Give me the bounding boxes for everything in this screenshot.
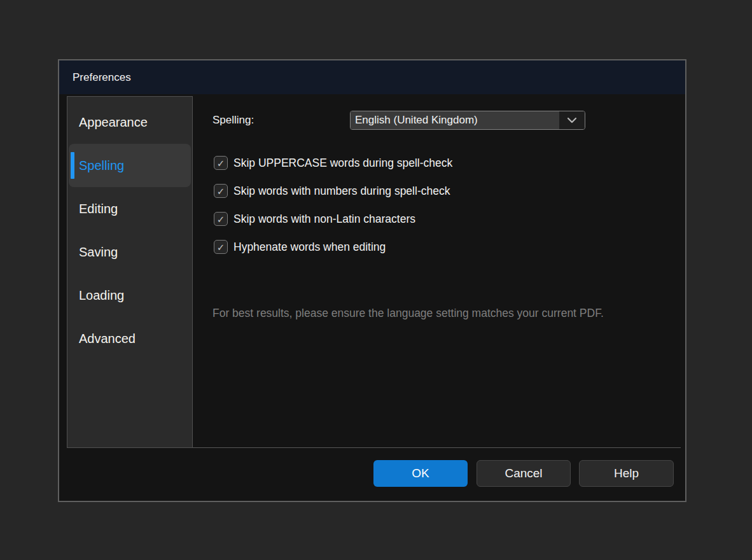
sidebar-item-label: Advanced <box>79 332 136 346</box>
sidebar-item-spelling[interactable]: Spelling <box>69 144 191 187</box>
footer-separator <box>193 447 681 448</box>
sidebar-item-appearance[interactable]: Appearance <box>69 101 191 144</box>
preferences-dialog: Preferences Appearance Spelling Editing … <box>58 59 686 502</box>
language-label: Spelling: <box>212 114 254 127</box>
language-note: For best results, please ensure the lang… <box>212 304 632 322</box>
sidebar: Appearance Spelling Editing Saving Loadi… <box>67 96 193 448</box>
checkbox-list: ✓ Skip UPPERCASE words during spell-chec… <box>214 156 452 268</box>
checkbox-row-skip-uppercase[interactable]: ✓ Skip UPPERCASE words during spell-chec… <box>214 156 452 170</box>
checkbox-label: Skip words with numbers during spell-che… <box>233 185 450 198</box>
sidebar-item-label: Spelling <box>79 158 124 173</box>
check-icon: ✓ <box>217 242 225 252</box>
sidebar-item-editing[interactable]: Editing <box>69 187 191 230</box>
ok-button[interactable]: OK <box>373 460 468 487</box>
sidebar-item-saving[interactable]: Saving <box>69 230 191 274</box>
dialog-titlebar: Preferences <box>59 60 685 94</box>
cancel-button[interactable]: Cancel <box>477 460 571 487</box>
checkbox-label: Skip UPPERCASE words during spell-check <box>233 157 452 170</box>
checkbox-label: Skip words with non-Latin characters <box>233 213 415 226</box>
checkbox-row-skip-nonlatin[interactable]: ✓ Skip words with non-Latin characters <box>214 212 452 226</box>
selected-accent-bar <box>71 152 74 179</box>
chevron-down-icon[interactable] <box>559 111 585 129</box>
sidebar-item-label: Loading <box>79 288 124 303</box>
checkbox-checked[interactable]: ✓ <box>214 156 228 170</box>
sidebar-item-advanced[interactable]: Advanced <box>69 317 191 360</box>
sidebar-item-label: Editing <box>79 202 118 216</box>
check-icon: ✓ <box>217 214 225 224</box>
checkbox-label: Hyphenate words when editing <box>233 241 386 254</box>
check-icon: ✓ <box>217 186 225 196</box>
language-dropdown-value: English (United Kingdom) <box>351 111 559 129</box>
sidebar-item-label: Saving <box>79 245 118 260</box>
sidebar-item-label: Appearance <box>79 115 148 130</box>
checkbox-checked[interactable]: ✓ <box>214 184 228 198</box>
checkbox-row-skip-numbers[interactable]: ✓ Skip words with numbers during spell-c… <box>214 184 452 198</box>
language-dropdown[interactable]: English (United Kingdom) <box>350 111 585 130</box>
checkbox-checked[interactable]: ✓ <box>214 212 228 226</box>
help-button[interactable]: Help <box>579 460 674 487</box>
checkbox-checked[interactable]: ✓ <box>214 240 228 254</box>
language-row: Spelling: English (United Kingdom) <box>212 111 679 130</box>
footer-buttons: OK Cancel Help <box>59 460 685 487</box>
spelling-panel: Spelling: English (United Kingdom) ✓ Ski… <box>193 96 679 444</box>
dialog-title: Preferences <box>73 71 131 84</box>
sidebar-item-loading[interactable]: Loading <box>69 274 191 317</box>
checkbox-row-hyphenate[interactable]: ✓ Hyphenate words when editing <box>214 240 452 254</box>
check-icon: ✓ <box>217 158 225 168</box>
